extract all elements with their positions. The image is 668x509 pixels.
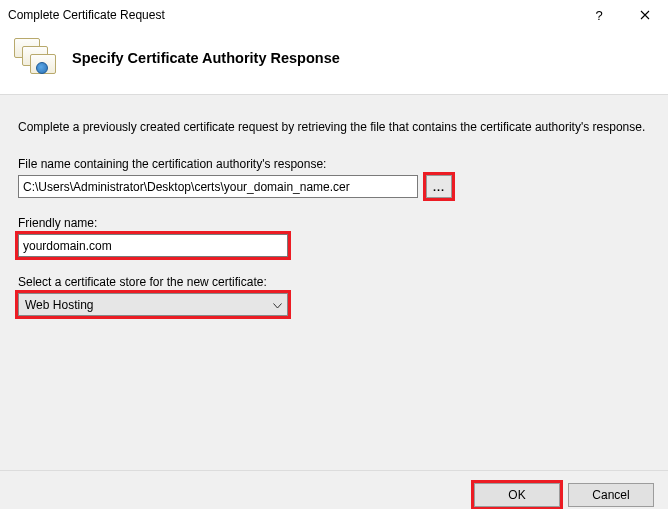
cancel-button-label: Cancel [592, 488, 629, 502]
title-bar: Complete Certificate Request ? [0, 0, 668, 30]
friendly-name-label: Friendly name: [18, 216, 650, 230]
close-icon [640, 8, 650, 23]
close-button[interactable] [622, 0, 668, 30]
store-label: Select a certificate store for the new c… [18, 275, 650, 289]
ok-button[interactable]: OK [474, 483, 560, 507]
help-button[interactable]: ? [576, 0, 622, 30]
friendly-name-input[interactable] [18, 234, 288, 257]
dialog-header: Specify Certificate Authority Response [0, 30, 668, 94]
dialog-heading: Specify Certificate Authority Response [72, 50, 340, 66]
file-path-input[interactable] [18, 175, 418, 198]
cancel-button[interactable]: Cancel [568, 483, 654, 507]
help-icon: ? [595, 8, 602, 23]
dialog-footer: OK Cancel [0, 470, 668, 509]
dialog-content: Complete a previously created certificat… [0, 95, 668, 470]
intro-text: Complete a previously created certificat… [18, 119, 650, 135]
file-label: File name containing the certification a… [18, 157, 650, 171]
ok-button-label: OK [508, 488, 525, 502]
certificate-store-value: Web Hosting [25, 298, 93, 312]
window-title: Complete Certificate Request [8, 8, 576, 22]
certificate-icon [14, 38, 58, 78]
certificate-store-select[interactable]: Web Hosting [18, 293, 288, 316]
browse-button[interactable]: ... [426, 175, 452, 198]
ellipsis-icon: ... [433, 181, 445, 193]
